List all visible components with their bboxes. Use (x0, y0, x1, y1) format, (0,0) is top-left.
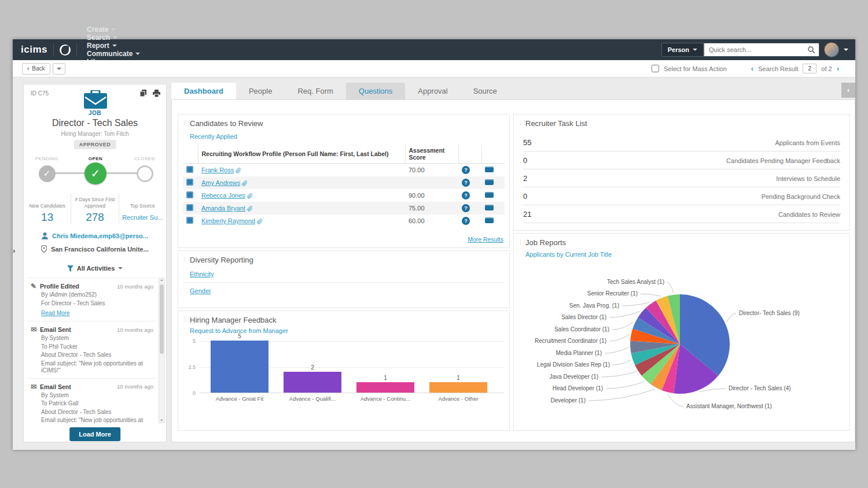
next-result-icon[interactable]: › (837, 64, 839, 73)
print-icon[interactable] (153, 90, 160, 97)
record-tabs: DashboardPeopleReq. FormQuestionsApprova… (171, 83, 510, 99)
activity-line: Email subject: "New job opportunities at… (41, 417, 153, 423)
tab-approval[interactable]: Approval (405, 83, 460, 99)
mass-action-checkbox[interactable] (652, 65, 659, 72)
menu-search[interactable]: Search (87, 34, 140, 42)
pie-leader-line (727, 313, 736, 322)
profile-card-icon[interactable] (186, 179, 193, 186)
read-more-link[interactable]: Read More (41, 310, 69, 316)
profile-card-icon[interactable] (186, 204, 193, 211)
question-icon[interactable]: ? (462, 179, 470, 187)
paperclip-icon[interactable] (257, 219, 263, 224)
stage-circle-pending[interactable]: ✓ (39, 165, 56, 182)
tab-questions[interactable]: Questions (346, 83, 406, 99)
candidate-link[interactable]: Kimberly Raymond (201, 217, 255, 224)
diversity-link-ethnicity[interactable]: Ethnicity (190, 271, 214, 278)
stat--days-since-first-approved: # Days Since First Approved278 (71, 193, 118, 224)
contact-row[interactable]: Chris Miedema,emp63@perso... (24, 232, 166, 239)
tab-people[interactable]: People (236, 83, 285, 99)
job-reports-widget: ⋮⋮ Job Reports Applicants by Current Job… (513, 233, 850, 431)
bar-category-label: Advance - Other (418, 395, 499, 402)
pie-slice-label: Legal Division Sales Rep (1) (537, 361, 610, 368)
menu-create[interactable]: Create (87, 25, 140, 34)
applicants-pie-chart: Director- Tech Sales (9)Director - Tech … (514, 234, 849, 430)
question-icon[interactable]: ? (462, 191, 470, 199)
widget-title: Hiring Manager Feedback (190, 316, 277, 324)
activity-line: By iAdmin (demo252) (41, 291, 153, 299)
stat-label: Top Source (119, 197, 166, 209)
bar[interactable] (211, 341, 269, 393)
expand-panel-handle[interactable]: › (13, 243, 21, 258)
bar-category-label: Advance - Great Fit (199, 395, 280, 402)
activity-title: Email Sent (40, 383, 71, 390)
paperclip-icon[interactable] (247, 206, 253, 212)
stat-value[interactable]: Recruiter Su... (119, 214, 166, 221)
menu-report[interactable]: Report (87, 42, 140, 50)
stat-value: 13 (24, 211, 71, 224)
question-icon[interactable]: ? (462, 217, 470, 225)
search-result-input[interactable] (803, 64, 816, 73)
paperclip-icon[interactable] (242, 180, 248, 186)
contact-link[interactable]: Chris Miedema,emp63@perso... (52, 232, 148, 239)
candidate-link[interactable]: Rebecca Jones (201, 192, 245, 199)
pie-leader-line (612, 322, 633, 330)
collapse-panel-handle[interactable]: ‹ (841, 83, 855, 98)
drag-handle-icon[interactable]: ⋮⋮ (182, 316, 190, 322)
question-icon[interactable]: ? (462, 204, 470, 212)
candidate-link[interactable]: Amy Andrews (201, 179, 240, 186)
folder-icon[interactable] (485, 179, 494, 185)
search-icon[interactable] (807, 46, 815, 54)
task-count: 55 (523, 138, 558, 147)
candidate-link[interactable]: Frank Ross (201, 167, 234, 173)
bar[interactable] (356, 382, 414, 393)
recently-applied-link[interactable]: Recently Applied (190, 133, 237, 140)
tab-dashboard[interactable]: Dashboard (171, 83, 236, 99)
folder-icon[interactable] (485, 217, 494, 223)
activities-filter[interactable]: All Activities (24, 265, 166, 272)
bar[interactable] (284, 372, 341, 393)
tab-req-form[interactable]: Req. Form (285, 83, 345, 99)
pie-leader-line (609, 334, 630, 341)
task-label: Candidates to Review (778, 211, 840, 218)
prev-result-icon[interactable]: ‹ (751, 64, 753, 73)
profile-card-icon[interactable] (186, 166, 193, 173)
profile-card-icon[interactable] (186, 217, 193, 224)
stage-circle-closed[interactable] (137, 165, 153, 182)
feed-scrollbar[interactable]: ▲▼ (159, 278, 165, 423)
back-dropdown-button[interactable] (53, 63, 65, 75)
task-count: 0 (523, 192, 558, 201)
user-menu-chevron-icon[interactable] (844, 49, 848, 51)
drag-handle-icon[interactable]: ⋮⋮ (182, 120, 190, 125)
load-more-button[interactable]: Load More (69, 427, 120, 441)
bar[interactable] (429, 382, 487, 393)
pie-slice-label: Sales Director (1) (561, 314, 606, 320)
scrollbar-thumb[interactable] (160, 284, 164, 354)
back-button[interactable]: ‹ Back (22, 63, 50, 75)
stat-new-candidates: New Candidates13 (24, 193, 71, 224)
candidate-link[interactable]: Amanda Bryant (201, 205, 245, 212)
activity-line: To Phil Tucker (41, 343, 153, 351)
user-avatar[interactable] (824, 42, 839, 57)
activity-item: ✎Profile Edited10 months agoBy iAdmin (d… (28, 278, 156, 321)
drag-handle-icon[interactable]: ⋮⋮ (518, 120, 526, 125)
paperclip-icon[interactable] (236, 168, 241, 173)
diversity-link-gender[interactable]: Gender (190, 287, 211, 294)
question-icon[interactable]: ? (462, 166, 470, 174)
profile-card-icon[interactable] (186, 191, 193, 198)
bar-value-label: 5 (211, 333, 269, 339)
tab-source[interactable]: Source (461, 83, 510, 99)
quick-search-input[interactable] (704, 46, 807, 53)
pie-slice-label: Assistant Manager, Northwest (1) (686, 403, 772, 409)
drag-handle-icon[interactable]: ⋮⋮ (182, 256, 190, 262)
more-results-link[interactable]: More Results (468, 236, 503, 243)
copy-icon[interactable] (140, 90, 147, 97)
stage-circle-open[interactable]: ✓ (84, 162, 106, 184)
folder-icon[interactable] (485, 192, 494, 198)
search-type-dropdown[interactable]: Person (661, 43, 704, 57)
paperclip-icon[interactable] (247, 193, 253, 199)
activity-feed: ✎Profile Edited10 months agoBy iAdmin (d… (28, 278, 156, 423)
folder-icon[interactable] (485, 167, 494, 172)
folder-icon[interactable] (485, 205, 494, 210)
briefcase-icon (84, 90, 107, 109)
menu-communicate[interactable]: Communicate (87, 50, 140, 58)
